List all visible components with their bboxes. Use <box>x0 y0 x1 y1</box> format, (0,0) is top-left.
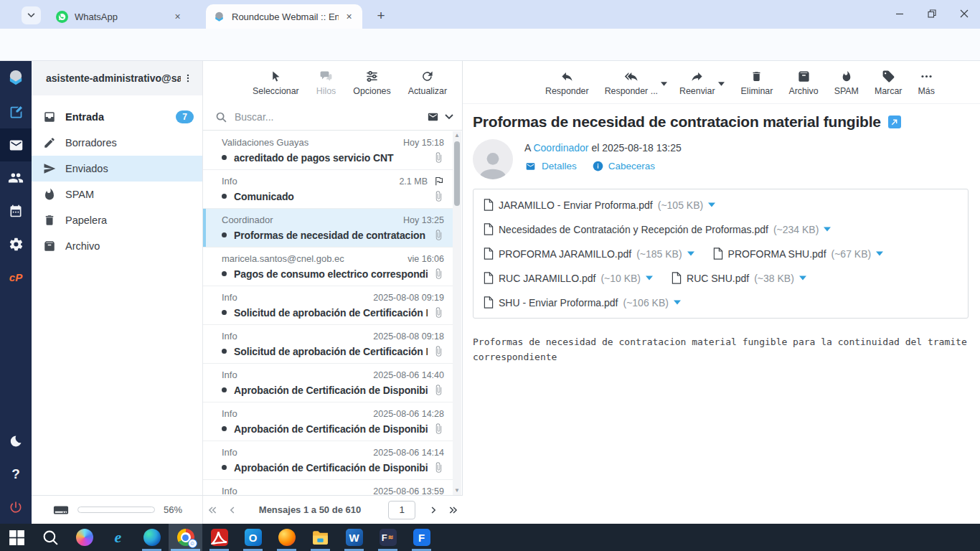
page-number-input[interactable] <box>388 501 415 519</box>
attachment-menu-caret-icon[interactable] <box>646 276 653 281</box>
attachment-menu-caret-icon[interactable] <box>824 227 831 232</box>
tab-close-icon[interactable]: × <box>171 11 184 23</box>
tab-roundcube[interactable]: Roundcube Webmail :: Enviados × <box>206 4 362 29</box>
attachment-name[interactable]: SHU - Enviar Proforma.pdf <box>499 297 618 309</box>
new-tab-button[interactable]: + <box>372 6 390 25</box>
message-row[interactable]: Info 2025-08-06 14:14 Aprobación de Cert… <box>203 441 454 480</box>
spam-button[interactable]: SPAM <box>829 66 864 99</box>
attachment-item[interactable]: RUC SHU.pdf (~38 KB) <box>672 272 806 284</box>
folder-item[interactable]: Entrada 7 <box>32 104 202 130</box>
compose-button[interactable] <box>0 95 32 128</box>
reply-all-button[interactable]: Responder ... <box>600 66 663 99</box>
account-menu-icon[interactable] <box>181 73 195 83</box>
taskbar-app-button[interactable]: e <box>101 524 135 551</box>
taskbar-app-button[interactable]: W <box>337 524 371 551</box>
forward-button[interactable]: Reenviar <box>674 66 720 99</box>
scrollbar-thumb[interactable] <box>454 141 460 206</box>
refresh-button[interactable]: Actualizar <box>403 66 452 99</box>
message-row[interactable]: Info 2.1 MB Comunicado <box>203 170 454 209</box>
list-scrollbar[interactable]: ▲ ▼ <box>453 131 461 495</box>
dark-mode-button[interactable] <box>0 425 32 458</box>
archive-button[interactable]: Archivo <box>783 66 823 99</box>
next-page-button[interactable] <box>430 505 438 515</box>
attachment-name[interactable]: PROFORMA JARAMILLO.pdf <box>499 248 631 260</box>
headers-toggle[interactable]: Cabeceras <box>593 161 655 171</box>
reply-button[interactable]: Responder <box>540 66 594 99</box>
attachment-item[interactable]: SHU - Enviar Proforma.pdf (~106 KB) <box>484 296 681 309</box>
taskbar-app-button[interactable]: ☺ <box>169 524 202 551</box>
tab-list-chevron-button[interactable] <box>22 6 41 24</box>
taskbar-app-button[interactable] <box>135 524 169 551</box>
tab-whatsapp[interactable]: WhatsApp × <box>49 4 191 29</box>
attachment-name[interactable]: RUC SHU.pdf <box>687 273 749 284</box>
delete-button[interactable]: Eliminar <box>736 66 778 99</box>
tab-close-icon[interactable]: × <box>343 11 355 23</box>
message-row[interactable]: Coordinador Hoy 13:25 Proformas de neces… <box>203 209 454 248</box>
first-page-button[interactable] <box>207 505 218 515</box>
folder-item[interactable]: Papelera <box>32 207 202 233</box>
taskbar-app-button[interactable] <box>0 524 34 551</box>
account-header[interactable]: asistente-administrativo@sa... <box>32 61 202 95</box>
reply-all-caret-icon[interactable] <box>661 82 667 86</box>
open-in-new-window-icon[interactable] <box>888 116 901 128</box>
last-page-button[interactable] <box>448 505 459 515</box>
rail-mail-button[interactable] <box>0 128 32 161</box>
threads-button[interactable]: Hilos <box>311 66 341 99</box>
taskbar-app-button[interactable] <box>67 524 101 551</box>
window-restore-button[interactable] <box>915 0 948 27</box>
roundcube-logo[interactable] <box>0 61 32 95</box>
attachment-menu-caret-icon[interactable] <box>876 251 883 256</box>
attachment-name[interactable]: PROFORMA SHU.pdf <box>728 248 826 260</box>
attachment-name[interactable]: RUC JARAMILLO.pdf <box>499 273 595 284</box>
attachment-item[interactable]: PROFORMA SHU.pdf (~67 KB) <box>713 248 884 260</box>
attachment-menu-caret-icon[interactable] <box>687 251 694 256</box>
forward-caret-icon[interactable] <box>718 82 725 86</box>
taskbar-app-button[interactable]: F <box>405 524 438 551</box>
taskbar-app-button[interactable] <box>202 524 236 551</box>
message-row[interactable]: maricela.santos@cnel.gob.ec vie 16:06 Pa… <box>203 248 454 286</box>
message-row[interactable]: Validaciones Guayas Hoy 15:18 acreditado… <box>203 131 454 170</box>
scroll-down-arrow[interactable]: ▼ <box>453 486 461 495</box>
rail-calendar-button[interactable] <box>0 194 32 227</box>
message-row[interactable]: Info 2025-08-06 14:28 Aprobación de Cert… <box>203 402 454 441</box>
search-input[interactable] <box>235 111 419 123</box>
attachment-menu-caret-icon[interactable] <box>674 300 681 305</box>
folder-item[interactable]: SPAM <box>32 182 202 207</box>
taskbar-app-button[interactable] <box>270 524 303 551</box>
taskbar-app-button[interactable]: F≋ <box>371 524 405 551</box>
taskbar-app-button[interactable] <box>34 524 67 551</box>
message-row[interactable]: Info 2025-08-06 13:59 <box>203 480 454 495</box>
attachment-item[interactable]: PROFORMA JARAMILLO.pdf (~185 KB) <box>484 248 694 260</box>
rail-contacts-button[interactable] <box>0 161 32 194</box>
folder-item[interactable]: Borradores <box>32 130 202 156</box>
window-close-button[interactable] <box>948 0 980 27</box>
details-toggle[interactable]: Detalles <box>524 161 577 171</box>
scroll-up-arrow[interactable]: ▲ <box>453 131 461 140</box>
attachment-item[interactable]: RUC JARAMILLO.pdf (~10 KB) <box>484 272 653 284</box>
cpanel-logo[interactable]: cP <box>0 260 32 293</box>
select-button[interactable]: Seleccionar <box>248 66 304 99</box>
attachment-menu-caret-icon[interactable] <box>799 276 806 281</box>
folder-item[interactable]: Enviados <box>32 156 202 182</box>
window-minimize-button[interactable] <box>883 0 915 27</box>
search-scope-button[interactable] <box>426 111 453 123</box>
taskbar-app-button[interactable] <box>303 524 337 551</box>
attachment-name[interactable]: Necesidades de Contratación y Recepción … <box>499 224 768 235</box>
prev-page-button[interactable] <box>228 505 236 515</box>
mark-button[interactable]: Marcar <box>870 66 908 99</box>
logout-button[interactable] <box>0 491 32 524</box>
message-row[interactable]: Info 2025-08-06 14:40 Aprobación de Cert… <box>203 364 454 402</box>
attachment-menu-caret-icon[interactable] <box>708 202 715 207</box>
more-button[interactable]: Más <box>913 66 939 99</box>
message-row[interactable]: Info 2025-08-08 09:18 Solicitud de aprob… <box>203 325 454 364</box>
rail-settings-button[interactable] <box>0 227 32 260</box>
taskbar-app-button[interactable]: O <box>236 524 270 551</box>
help-button[interactable]: ? <box>0 458 32 491</box>
recipient-link[interactable]: Coordinador <box>533 142 588 154</box>
folder-item[interactable]: Archivo <box>32 233 202 259</box>
flag-icon[interactable] <box>433 176 444 187</box>
attachment-item[interactable]: Necesidades de Contratación y Recepción … <box>484 223 831 235</box>
attachment-name[interactable]: JARAMILLO - Enviar Proforma.pdf <box>499 199 653 211</box>
attachment-item[interactable]: JARAMILLO - Enviar Proforma.pdf (~105 KB… <box>484 199 715 211</box>
message-row[interactable]: Info 2025-08-08 09:19 Solicitud de aprob… <box>203 286 454 325</box>
